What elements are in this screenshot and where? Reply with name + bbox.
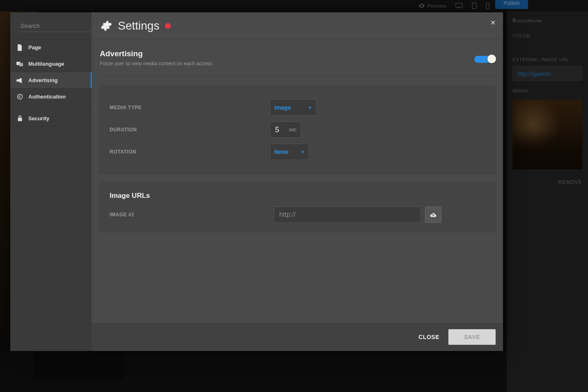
- media-settings-card: MEDIA TYPE Image ▼ DURATION sec ROTATION: [99, 85, 496, 174]
- sidebar-menu: Page Multilanguage Advertising Authentic…: [10, 39, 92, 126]
- sidebar-search: [10, 12, 92, 39]
- chevron-down-icon: ▼: [301, 150, 305, 154]
- image1-upload-button[interactable]: [425, 206, 441, 223]
- sidebar-item-label: Page: [28, 44, 41, 50]
- rotation-label: ROTATION: [110, 149, 270, 155]
- gear-icon: [101, 20, 112, 32]
- image-urls-title: Image URLs: [110, 192, 485, 200]
- media-type-label: MEDIA TYPE: [110, 105, 270, 110]
- media-type-select[interactable]: Image ▼: [270, 99, 317, 116]
- sidebar-item-multilanguage[interactable]: Multilanguage: [10, 56, 92, 72]
- svg-rect-7: [19, 63, 23, 66]
- sidebar-item-security[interactable]: Security: [10, 110, 92, 126]
- duration-input-wrap: sec: [270, 121, 301, 138]
- lock-icon: [16, 115, 23, 121]
- toggle-knob: [487, 55, 496, 63]
- unsaved-indicator: [165, 23, 171, 29]
- image1-input[interactable]: [278, 207, 416, 222]
- language-icon: [16, 61, 23, 67]
- sidebar-item-page[interactable]: Page: [10, 39, 92, 56]
- duration-input[interactable]: [274, 125, 286, 135]
- advertising-title: Advertising: [100, 49, 212, 58]
- settings-sidebar: Page Multilanguage Advertising Authentic…: [10, 12, 92, 351]
- duration-label: DURATION: [110, 127, 270, 133]
- advertising-section-header: Advertising Force user to view media con…: [99, 48, 496, 76]
- image1-input-wrap: [274, 206, 421, 223]
- settings-main: Settings ✕ Advertising Force user to vie…: [92, 12, 503, 351]
- settings-header: Settings ✕: [92, 12, 503, 39]
- svg-rect-9: [18, 117, 22, 121]
- close-icon[interactable]: ✕: [490, 19, 496, 27]
- cloud-upload-icon: [430, 212, 436, 218]
- auth-icon: [16, 94, 23, 100]
- megaphone-icon: [16, 78, 23, 83]
- image1-label: IMAGE #1: [110, 212, 270, 218]
- duration-suffix: sec: [289, 127, 296, 133]
- sidebar-item-authentication[interactable]: Authentication: [10, 89, 92, 105]
- settings-footer: CLOSE SAVE: [92, 323, 503, 351]
- chevron-down-icon: ▼: [308, 105, 312, 110]
- sidebar-item-label: Security: [28, 115, 49, 121]
- rotation-select[interactable]: None ▼: [270, 144, 309, 160]
- settings-content: Advertising Force user to view media con…: [92, 39, 503, 323]
- settings-modal: Page Multilanguage Advertising Authentic…: [10, 12, 503, 351]
- sidebar-item-label: Advertising: [28, 77, 58, 83]
- close-button[interactable]: CLOSE: [418, 334, 439, 340]
- settings-title: Settings: [118, 19, 159, 32]
- advertising-toggle[interactable]: [474, 56, 495, 63]
- sidebar-item-label: Authentication: [28, 94, 66, 100]
- advertising-desc: Force user to view media content on each…: [100, 61, 212, 66]
- save-button[interactable]: SAVE: [448, 329, 496, 345]
- image-urls-card: Image URLs IMAGE #1: [99, 181, 496, 233]
- sidebar-item-label: Multilanguage: [28, 61, 64, 67]
- page-icon: [16, 44, 23, 51]
- sidebar-item-advertising[interactable]: Advertising: [10, 72, 92, 89]
- search-input[interactable]: [20, 20, 99, 32]
- svg-point-8: [17, 94, 22, 99]
